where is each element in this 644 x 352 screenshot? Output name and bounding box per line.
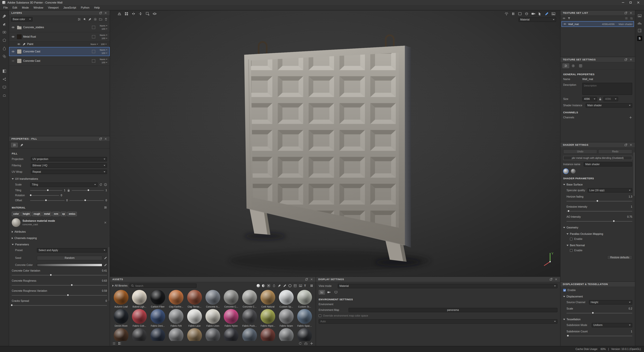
slider-value[interactable]: 1.3 [628,195,632,198]
visibility-eye-icon[interactable] [16,43,21,46]
menu-window[interactable]: Window [31,6,46,9]
pencil-annotate-icon[interactable] [545,12,549,16]
substance-logo[interactable]: S [637,36,642,41]
description-textarea[interactable]: Description [582,83,632,95]
emissive-intensity-slider[interactable] [566,210,632,213]
geometry-group[interactable]: Geometry [560,226,635,229]
tab-channels[interactable] [570,64,576,68]
ray-picker-icon[interactable] [538,12,542,16]
filter-filters-icon[interactable] [272,284,276,287]
pause-engine-icon[interactable] [511,12,515,16]
menu-edit[interactable]: Edit [10,6,20,9]
shader-instance-tab-2[interactable] [571,169,576,174]
scrollbar[interactable] [108,247,109,301]
asset-item[interactable]: Fabric Seam [278,309,295,327]
redo-button[interactable]: Redo [598,149,632,154]
offset-y-value[interactable]: 0 [106,199,107,202]
layer-thumbnail[interactable] [17,58,22,64]
filter-funnel-icon[interactable] [568,17,570,20]
instance-name-field[interactable]: Main shader [584,162,632,167]
subdivision-count-value[interactable]: 1 [631,330,632,333]
blend-mode-dropdown[interactable]: Norm [100,34,107,37]
rotation-slider[interactable] [30,194,59,197]
filter-grids-icon[interactable] [294,284,297,287]
add-fill-layer-icon[interactable] [83,18,86,21]
undock-icon[interactable] [550,278,553,281]
close-icon[interactable] [629,11,632,15]
shading-mode-dropdown[interactable]: Material [518,18,556,22]
bake-icon[interactable] [2,93,7,98]
filter-brushes-icon[interactable] [278,284,281,287]
layer-row-paint-effect[interactable]: Paint Norm 100 [9,42,110,47]
layer-row-metal-rust[interactable]: Metal Rust Norm 100 [9,32,110,42]
visibility-eye-icon[interactable] [11,35,16,39]
size-width-dropdown[interactable]: 4096 [582,97,597,101]
asset-item[interactable] [259,328,276,341]
tab-material-properties[interactable] [11,143,18,147]
viewport-3d-scene[interactable]: Y [110,11,560,276]
asset-item[interactable]: Concrete C... [222,290,240,308]
horizon-fading-slider[interactable] [566,200,632,203]
asset-item[interactable]: Custom St... [296,290,313,308]
tab-mesh-maps[interactable] [577,64,584,68]
size-height-dropdown[interactable]: 4096 [604,97,618,101]
geometry-mask-icon[interactable] [2,69,7,74]
menu-mode[interactable]: Mode [20,6,31,9]
param-slider[interactable] [12,294,107,297]
orbit-icon[interactable] [152,12,157,16]
asset-item[interactable]: Fabric Spac... [296,309,313,327]
asset-item[interactable]: Fabric Felt [167,309,185,327]
param-value[interactable]: 0.41 [102,269,107,272]
add-asset-icon[interactable] [310,342,313,345]
asset-item[interactable] [296,328,313,341]
subdivision-mode-dropdown[interactable]: Uniform [592,323,632,327]
projection-dropdown[interactable]: UV projection [31,157,107,161]
layer-thumbnail[interactable] [17,49,22,54]
asset-item[interactable] [149,328,166,341]
tiling-y-slider[interactable] [72,189,104,192]
mask-slot[interactable] [92,50,95,53]
slider-value[interactable]: 0.75 [627,215,632,218]
symmetry-y-icon[interactable] [138,12,142,16]
close-icon[interactable] [104,137,107,141]
channels-mapping-group[interactable]: Channels mapping [9,237,110,240]
menu-help[interactable]: Help [92,6,102,9]
add-effect-icon[interactable] [78,18,81,21]
scale-mode-dropdown[interactable]: Tiling [30,182,98,187]
menu-python[interactable]: Python [78,6,92,9]
add-folder-icon[interactable] [99,18,102,21]
filter-smart-materials-icon[interactable] [262,284,265,287]
filtering-dropdown[interactable]: Bilinear | HQ [31,163,107,168]
close-icon[interactable] [629,58,632,61]
restore-defaults-button[interactable]: Restore defaults [607,255,632,260]
visibility-eye-icon[interactable] [563,23,567,26]
filter-textures-icon[interactable] [299,284,302,287]
viewport-3d[interactable]: Y [110,11,560,276]
asset-item[interactable]: Fabric Lace [186,309,203,327]
displacement-scale-slider[interactable] [566,311,632,314]
asset-item[interactable]: Concrete A... [204,290,221,308]
channel-color-button[interactable]: color [12,212,20,216]
channel-selector-dropdown[interactable]: Base color [11,17,32,22]
offset-x-value[interactable]: 0 [66,199,68,202]
smudge-tool-icon[interactable] [2,46,7,51]
grid-view-toggle-icon[interactable] [310,284,313,287]
uv-transformations-group[interactable]: UV transformations [9,177,110,180]
undock-icon[interactable] [99,11,102,15]
asset-item[interactable] [241,328,258,341]
light-rotation-icon[interactable] [504,12,508,16]
close-icon[interactable] [310,278,313,281]
texture-set-row-wall-mat[interactable]: Wall_mat 4096x4096 Main shader [562,21,634,27]
maximize-button[interactable] [630,2,632,4]
blend-mode-dropdown[interactable]: Norm [100,25,107,27]
layer-thumbnail[interactable] [17,34,22,39]
close-icon[interactable] [629,143,632,147]
lock-ratio-icon[interactable] [599,98,602,101]
pom-enable-checkbox[interactable] [570,238,572,240]
param-value[interactable]: 0.59 [102,289,107,292]
layer-row-concrete-stables[interactable]: Concrete_stables Norm 100 [9,23,110,32]
asset-item[interactable] [278,328,295,341]
add-smart-material-icon[interactable] [94,18,97,21]
blend-mode-dropdown[interactable]: Norm [100,58,107,61]
color-picker-icon[interactable] [104,263,107,266]
